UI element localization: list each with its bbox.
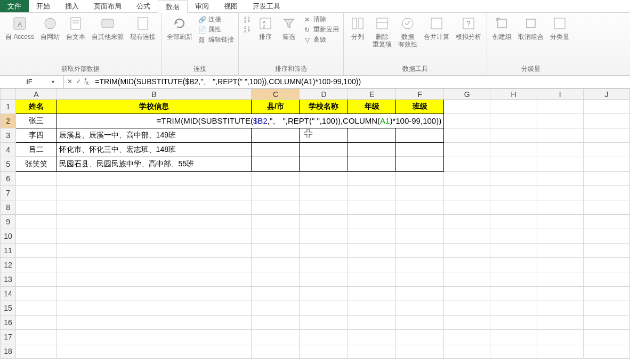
- row-14: 14: [1, 287, 630, 301]
- cell-C1[interactable]: 县/市: [252, 100, 300, 114]
- row-header[interactable]: 2: [1, 114, 16, 128]
- group-connections: 全部刷新 🔗连接 📄属性 ⛓编辑链接 连接: [161, 13, 239, 75]
- cell-F1[interactable]: 班级: [396, 100, 444, 114]
- ungroup-icon: [522, 15, 539, 32]
- sort-asc-button[interactable]: AZ: [243, 15, 252, 23]
- col-J[interactable]: J: [583, 89, 629, 100]
- name-box[interactable]: ▼: [0, 76, 64, 88]
- chevron-down-icon[interactable]: ▼: [51, 79, 55, 85]
- from-web-button[interactable]: 自网站: [37, 14, 63, 42]
- cell-D1[interactable]: 学校名称: [300, 100, 348, 114]
- cell-B5[interactable]: 民园石县、民园民族中学、高中部、55班: [56, 157, 252, 172]
- svg-rect-25: [554, 18, 565, 29]
- row-3: 3 李四 辰溪县、辰溪一中、高中部、149班: [1, 128, 630, 143]
- subtotal-icon: [551, 15, 568, 32]
- tab-dev[interactable]: 开发工具: [245, 0, 288, 12]
- cell-A3[interactable]: 李四: [16, 128, 56, 143]
- row-13: 13: [1, 272, 630, 287]
- col-H[interactable]: H: [490, 89, 537, 100]
- edit-links-button[interactable]: ⛓编辑链接: [198, 35, 234, 44]
- col-F[interactable]: F: [396, 89, 444, 100]
- row-header[interactable]: 1: [1, 100, 16, 114]
- tab-insert[interactable]: 插入: [58, 0, 86, 12]
- row-10: 10: [1, 229, 630, 244]
- svg-rect-20: [431, 18, 442, 29]
- group-label: 排序和筛选: [241, 63, 341, 75]
- cell-B4[interactable]: 怀化市、怀化三中、宏志班、148班: [56, 143, 252, 157]
- access-icon: A: [11, 15, 28, 32]
- subtotal-button[interactable]: 分类显: [547, 14, 572, 42]
- text-to-columns-button[interactable]: 分列: [346, 14, 369, 42]
- consolidate-button[interactable]: 合并计算: [421, 14, 453, 42]
- whatif-button[interactable]: ?模拟分析: [453, 14, 484, 42]
- properties-button[interactable]: 📄属性: [198, 25, 234, 34]
- sort-icon: AZ: [257, 15, 274, 32]
- group-label: 分级显: [489, 63, 572, 75]
- formula-input[interactable]: =TRIM(MID(SUBSTITUTE($B2,"、 ",REPT(" ",1…: [92, 77, 630, 87]
- cell-A1[interactable]: 姓名: [16, 100, 56, 114]
- refresh-all-button[interactable]: 全部刷新: [164, 14, 196, 42]
- ungroup-button[interactable]: 取消组合: [515, 14, 547, 42]
- cell-A5[interactable]: 张笑笑: [16, 157, 56, 172]
- link-icon: 🔗: [198, 15, 206, 24]
- tab-file[interactable]: 文件: [0, 0, 29, 12]
- advanced-button[interactable]: ▽高级: [303, 35, 339, 44]
- remove-dup-button[interactable]: 删除 重复项: [369, 14, 395, 49]
- tab-review[interactable]: 审阅: [188, 0, 216, 12]
- row-header[interactable]: 5: [1, 157, 16, 172]
- tab-layout[interactable]: 页面布局: [86, 0, 129, 12]
- grid[interactable]: A B C D E F G H I J 1 姓名 学校信息 县/市 学校名称 年…: [0, 88, 630, 359]
- col-I[interactable]: I: [537, 89, 583, 100]
- data-validation-button[interactable]: 数据 有效性: [395, 14, 421, 49]
- from-text-button[interactable]: 自文本: [63, 14, 88, 42]
- col-C[interactable]: C: [252, 89, 300, 100]
- accept-formula-button[interactable]: ✓: [76, 78, 81, 85]
- group-button[interactable]: 创建组: [489, 14, 515, 42]
- fx-button[interactable]: fx: [84, 77, 88, 86]
- tab-formula[interactable]: 公式: [129, 0, 158, 12]
- formula-bar: ▼ ✕ ✓ fx =TRIM(MID(SUBSTITUTE($B2,"、 ",R…: [0, 76, 630, 88]
- col-D[interactable]: D: [300, 89, 348, 100]
- cell-E1[interactable]: 年级: [348, 100, 396, 114]
- text-icon: [67, 15, 84, 32]
- cell-B3[interactable]: 辰溪县、辰溪一中、高中部、149班: [56, 128, 252, 143]
- col-A[interactable]: A: [16, 89, 56, 100]
- row-18: 18: [1, 344, 630, 359]
- row-9: 9: [1, 215, 630, 229]
- cell-B1[interactable]: 学校信息: [56, 100, 252, 114]
- clear-filter-button[interactable]: ✕清除: [303, 15, 339, 24]
- row-header[interactable]: 4: [1, 143, 16, 157]
- svg-rect-24: [527, 19, 535, 28]
- row-header[interactable]: 3: [1, 128, 16, 143]
- group-label: 获取外部数据: [2, 63, 159, 75]
- row-11: 11: [1, 244, 630, 258]
- cell-B2-editing[interactable]: =TRIM(MID(SUBSTITUTE($B2,"、 ",REPT(" ",1…: [56, 114, 444, 128]
- svg-text:?: ?: [466, 19, 471, 28]
- dedup-icon: [374, 15, 391, 32]
- from-access-button[interactable]: A自 Access: [2, 14, 37, 42]
- tab-start[interactable]: 开始: [29, 0, 58, 12]
- cell-A2[interactable]: 张三: [16, 114, 56, 128]
- from-other-button[interactable]: 自其他来源: [88, 14, 127, 42]
- cell-A4[interactable]: 吕二: [16, 143, 56, 157]
- svg-text:A: A: [244, 29, 247, 33]
- connections-button[interactable]: 🔗连接: [198, 15, 234, 24]
- merge-icon: [428, 15, 445, 32]
- existing-conn-button[interactable]: 现有连接: [127, 14, 159, 42]
- filter-button[interactable]: 筛选: [277, 14, 301, 42]
- cancel-formula-button[interactable]: ✕: [67, 78, 72, 85]
- name-box-input[interactable]: [8, 78, 51, 86]
- group-label: 连接: [164, 63, 236, 75]
- select-all[interactable]: [1, 89, 16, 100]
- properties-icon: 📄: [198, 26, 206, 34]
- sort-desc-button[interactable]: ZA: [243, 25, 252, 33]
- tab-view[interactable]: 视图: [216, 0, 245, 12]
- group-sort-filter: AZ ZA AZ排序 筛选 ✕清除 ↻重新应用 ▽高级 排序和筛选: [239, 13, 344, 75]
- col-G[interactable]: G: [444, 89, 490, 100]
- col-B[interactable]: B: [56, 89, 252, 100]
- tab-data[interactable]: 数据: [158, 0, 188, 13]
- col-E[interactable]: E: [348, 89, 396, 100]
- reapply-button[interactable]: ↻重新应用: [303, 25, 339, 34]
- sort-button[interactable]: AZ排序: [254, 14, 277, 42]
- ribbon-tabs: 文件 开始 插入 页面布局 公式 数据 审阅 视图 开发工具: [0, 0, 630, 13]
